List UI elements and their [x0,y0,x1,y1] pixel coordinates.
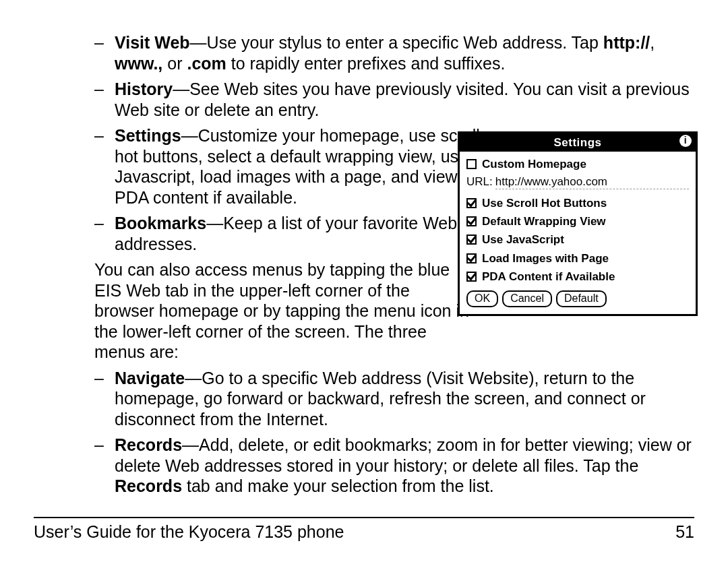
bookmarks-head: Bookmarks [115,214,206,232]
footer-right: 51 [675,522,694,542]
list-item-records: – Records—Add, delete, or edit bookmarks… [94,435,694,497]
dash-bullet: – [94,435,115,497]
visit-web-t2: , [650,33,655,52]
custom-homepage-label: Custom Homepage [482,157,586,171]
option-row[interactable]: Use Scroll Hot Buttons [466,196,689,210]
list-item-body: Settings—Customize your homepage, use sc… [115,125,492,208]
option-label: PDA Content if Available [482,270,615,284]
page-footer: User’s Guide for the Kyocera 7135 phone … [34,517,694,542]
checkbox-pda-content[interactable] [466,272,477,282]
page: – Visit Web—Use your stylus to enter a s… [0,0,728,562]
bullet-list-2: – Navigate—Go to a specific Web address … [94,368,694,497]
visit-web-head: Visit Web [115,33,190,52]
list-item-body: Records—Add, delete, or edit bookmarks; … [115,435,694,497]
footer-left: User’s Guide for the Kyocera 7135 phone [34,522,344,542]
list-item-navigate: – Navigate—Go to a specific Web address … [94,368,694,430]
option-row[interactable]: PDA Content if Available [466,270,689,284]
settings-head: Settings [115,126,181,145]
checkbox-use-javascript[interactable] [466,235,477,245]
visit-web-b3: .com [187,54,226,73]
dash-bullet: – [94,213,115,254]
list-item-visit-web: – Visit Web—Use your stylus to enter a s… [94,32,694,73]
option-label: Default Wrapping View [482,214,606,228]
visit-web-t1: —Use your stylus to enter a specific Web… [190,33,603,52]
navigate-head: Navigate [115,369,185,387]
option-row[interactable]: Load Images with Page [466,251,689,266]
records-t1: —Add, delete, or edit bookmarks; zoom in… [115,435,692,475]
access-paragraph: You can also access menus by tapping the… [94,259,472,363]
dash-bullet: – [94,125,115,208]
checkbox-default-wrapping[interactable] [466,216,477,226]
url-row[interactable]: URL: http://www.yahoo.com [466,175,689,189]
ok-button[interactable]: OK [466,290,498,307]
records-head: Records [115,435,182,454]
option-label: Load Images with Page [482,251,609,266]
records-t2: tab and make your selection from the lis… [182,476,494,495]
pda-button-row: OK Cancel Default [466,290,689,307]
dash-bullet: – [94,79,115,120]
dash-bullet: – [94,368,115,430]
option-label: Use Scroll Hot Buttons [482,196,607,210]
visit-web-b1: http:// [603,33,650,52]
list-item-body: Bookmarks—Keep a list of your favorite W… [115,213,492,254]
default-button[interactable]: Default [556,290,607,307]
option-label: Use JavaScript [482,232,564,247]
list-item-body: History—See Web sites you have previousl… [115,79,694,120]
checkbox-custom-homepage[interactable] [466,159,477,169]
pda-body: Custom Homepage URL: http://www.yahoo.co… [460,152,696,314]
list-item-body: Navigate—Go to a specific Web address (V… [115,368,694,430]
option-row[interactable]: Use JavaScript [466,232,689,247]
list-item-history: – History—See Web sites you have previou… [94,79,694,120]
info-icon[interactable]: i [679,135,692,147]
pda-settings-dialog: Settings i Custom Homepage URL: http://w… [458,131,698,316]
visit-web-b2: www., [115,54,162,73]
cancel-button[interactable]: Cancel [502,290,552,307]
visit-web-t4: to rapidly enter prefixes and suffixes. [226,54,506,73]
pda-title-bar: Settings i [460,133,696,152]
records-b1: Records [115,476,182,495]
list-item-body: Visit Web—Use your stylus to enter a spe… [115,32,694,73]
history-head: History [115,80,173,98]
checkbox-scroll-hot-buttons[interactable] [466,198,477,208]
history-text: —See Web sites you have previously visit… [115,80,690,119]
url-value[interactable]: http://www.yahoo.com [495,175,689,189]
custom-homepage-row[interactable]: Custom Homepage [466,157,689,171]
dash-bullet: – [94,32,115,73]
url-label: URL: [466,175,495,189]
option-row[interactable]: Default Wrapping View [466,214,689,228]
visit-web-t3: or [162,54,187,73]
navigate-text: —Go to a specific Web address (Visit Web… [115,369,646,429]
pda-title-text: Settings [553,136,601,149]
checkbox-load-images[interactable] [466,253,477,263]
